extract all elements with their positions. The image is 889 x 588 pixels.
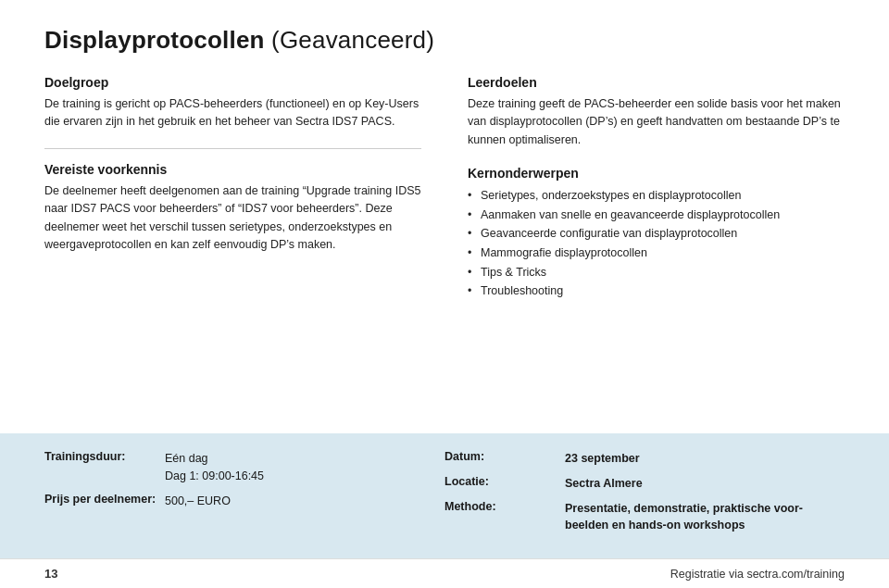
vereiste-heading: Vereiste voorkennis [44,162,421,177]
kern-list-item: Geavanceerde configuratie van displaypro… [468,224,845,244]
trainingsduur-row: Trainingsduur: Eén dag Dag 1: 09:00-16:4… [44,450,444,485]
kern-heading: Kernonderwerpen [468,166,845,181]
locatie-label: Locatie: [444,475,565,488]
footer-link: Registratie via sectra.com/training [670,568,845,581]
doelgroep-heading: Doelgroep [44,75,421,90]
locatie-row: Locatie: Sectra Almere [444,475,845,493]
datum-label: Datum: [444,450,565,463]
top-section: Doelgroep De training is gericht op PACS… [44,75,845,424]
page-number: 13 [44,567,57,581]
page: Displayprotocollen (Geavanceerd) Doelgro… [0,0,889,588]
page-title: Displayprotocollen (Geavanceerd) [44,26,845,55]
prijs-row: Prijs per deelnemer: 500,– EURO [44,493,444,510]
leerdoelen-heading: Leerdoelen [468,75,845,90]
methode-value: Presentatie, demonstratie, praktische vo… [565,500,845,535]
trainingsduur-label: Trainingsduur: [44,450,165,463]
leerdoelen-text: Deze training geeft de PACS-beheerder ee… [468,95,845,149]
kern-list-item: Mammografie displayprotocollen [468,244,845,263]
kern-list-item: Troubleshooting [468,281,845,301]
vereiste-text: De deelnemer heeft deelgenomen aan de tr… [44,182,421,255]
trainingsduur-value: Eén dag Dag 1: 09:00-16:45 [165,450,264,485]
left-column: Doelgroep De training is gericht op PACS… [44,75,449,424]
footer: 13 Registratie via sectra.com/training [0,558,889,588]
methode-row: Methode: Presentatie, demonstratie, prak… [444,500,845,535]
locatie-value: Sectra Almere [565,475,643,493]
methode-label: Methode: [444,500,565,513]
main-content: Displayprotocollen (Geavanceerd) Doelgro… [0,0,889,433]
trainingsduur-line1: Eén dag [165,450,264,468]
info-bar: Trainingsduur: Eén dag Dag 1: 09:00-16:4… [0,433,889,558]
kern-list-item: Serietypes, onderzoekstypes en displaypr… [468,186,845,206]
prijs-value: 500,– EURO [165,493,231,510]
kern-list-item: Tips & Tricks [468,263,845,282]
divider [44,148,421,149]
title-bold: Displayprotocollen [44,26,265,54]
info-left: Trainingsduur: Eén dag Dag 1: 09:00-16:4… [44,450,444,517]
title-normal: (Geavanceerd) [265,26,434,54]
kern-list: Serietypes, onderzoekstypes en displaypr… [468,186,845,301]
prijs-label: Prijs per deelnemer: [44,493,165,506]
datum-value: 23 september [565,450,640,468]
doelgroep-text: De training is gericht op PACS-beheerder… [44,95,421,131]
kern-list-item: Aanmaken van snelle en geavanceerde disp… [468,206,845,225]
right-column: Leerdoelen Deze training geeft de PACS-b… [449,75,845,424]
datum-row: Datum: 23 september [444,450,845,468]
trainingsduur-line2: Dag 1: 09:00-16:45 [165,468,264,485]
info-right: Datum: 23 september Locatie: Sectra Alme… [444,450,845,542]
